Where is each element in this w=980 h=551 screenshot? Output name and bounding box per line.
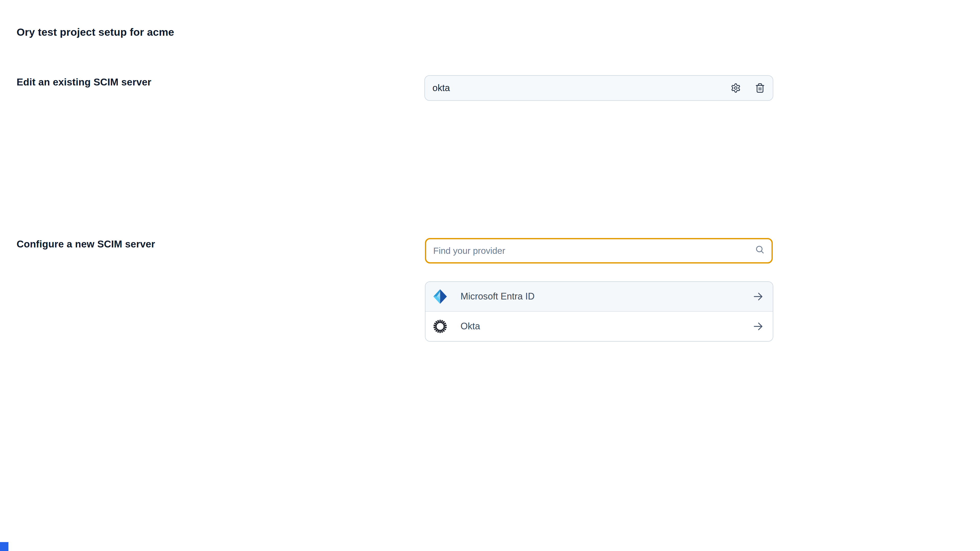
new-scim-heading: Configure a new SCIM server	[17, 238, 155, 250]
provider-name: Okta	[461, 321, 480, 332]
existing-scim-heading: Edit an existing SCIM server	[17, 76, 151, 88]
trash-icon	[755, 83, 765, 93]
provider-row-microsoft-entra-id[interactable]: Microsoft Entra ID	[425, 282, 773, 311]
cursor-position-marker	[0, 542, 8, 551]
provider-search-box	[425, 238, 773, 264]
provider-search-input[interactable]	[433, 246, 750, 256]
arrow-right-icon	[752, 321, 764, 332]
delete-server-button[interactable]	[755, 83, 765, 93]
search-icon	[755, 245, 765, 257]
configure-server-button[interactable]	[731, 83, 741, 93]
provider-row-okta[interactable]: Okta	[425, 311, 773, 341]
scim-server-name: okta	[433, 83, 450, 94]
gear-icon	[731, 83, 741, 93]
arrow-right-icon	[752, 291, 764, 302]
microsoft-entra-id-icon	[432, 288, 449, 305]
okta-icon	[432, 318, 449, 335]
existing-scim-server-card: okta	[425, 75, 773, 101]
page-title: Ory test project setup for acme	[17, 26, 174, 38]
provider-name: Microsoft Entra ID	[461, 291, 535, 302]
scim-setup-page: Ory test project setup for acme Edit an …	[0, 0, 980, 551]
provider-list: Microsoft Entra ID	[425, 281, 773, 341]
server-actions	[731, 83, 765, 93]
